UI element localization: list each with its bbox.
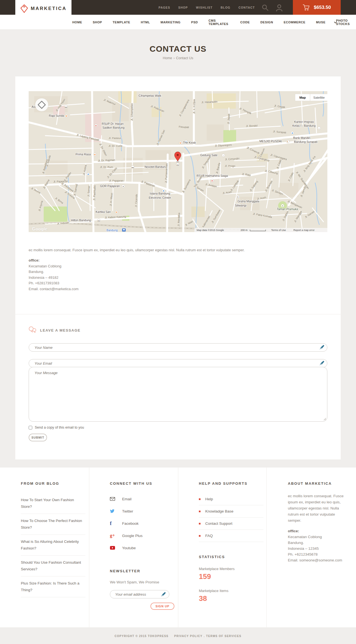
- cart-icon: [303, 4, 310, 11]
- submit-button[interactable]: SUBMIT: [29, 434, 47, 441]
- bullet-icon: [199, 511, 201, 512]
- cart-button[interactable]: $653.50: [293, 0, 341, 15]
- logo[interactable]: MARKETICA: [15, 0, 71, 17]
- social-link-youtube[interactable]: Youtube: [110, 542, 174, 554]
- map-button-label[interactable]: Map: [300, 96, 306, 99]
- privacy-policy-link[interactable]: PRIVACY POLICY: [174, 635, 202, 638]
- address-line: Indonesia – 12345: [288, 546, 346, 551]
- svg-text:Ψ: Ψ: [116, 211, 117, 213]
- office-label: office:: [29, 258, 78, 263]
- report-map-error-link[interactable]: Report a map error: [293, 229, 315, 232]
- satellite-button-label[interactable]: Satellite: [313, 96, 325, 99]
- map-label: Jl. Dr. Rum: [100, 165, 113, 168]
- top-nav-shop[interactable]: SHOP: [178, 6, 188, 9]
- message-textarea[interactable]: [29, 367, 327, 422]
- search-icon[interactable]: [262, 4, 269, 11]
- svg-text:●: ●: [282, 205, 283, 207]
- send-copy-label[interactable]: Send a copy of this email to you: [35, 426, 84, 429]
- map-label: Google: [32, 227, 47, 231]
- map-label: Sadikin Bandung: [102, 126, 125, 129]
- blog-link[interactable]: How To Start Your Own Fashion Store?: [21, 493, 85, 514]
- top-nav-wishlist[interactable]: WISHLIST: [196, 6, 213, 9]
- menu-photo-stocks[interactable]: PHOTO STOCKS: [336, 19, 356, 26]
- menu-ecommerce[interactable]: ECOMMERCE: [284, 21, 305, 24]
- address-line: Kecamatan Coblong: [29, 263, 78, 269]
- map-label: RSUP Dr. Hasan: [102, 122, 124, 125]
- social-label: Google Plus: [122, 534, 143, 538]
- name-input[interactable]: [29, 343, 327, 352]
- google-map[interactable]: ΨΨΨΨHH☾⌂⌂■■■■●●●▬▬▬▬ GoogleCihampelas Wa…: [29, 91, 327, 232]
- menu-psd[interactable]: PSD: [191, 21, 198, 24]
- map-label: Jl. Progo: [225, 164, 235, 167]
- map-label: Novotel Bandung: [145, 165, 167, 168]
- user-icon[interactable]: [276, 4, 283, 11]
- help-list: Help Knowladge Base Contact Support FAQ: [199, 493, 263, 542]
- map-label: Jl. Dr. Curie: [108, 144, 122, 147]
- map-label: Jl. Semar: [87, 186, 90, 197]
- menu-home[interactable]: HOME: [72, 21, 82, 24]
- map-label: GOR Pajajaran: [100, 184, 120, 188]
- map-label: Jl. Bondol: [246, 124, 258, 127]
- svg-text:●: ●: [237, 196, 239, 198]
- menu-cms-templates[interactable]: CMS TEMPLATES: [209, 19, 230, 26]
- menu-template[interactable]: TEMPLATE: [113, 21, 130, 24]
- office-label: office:: [288, 528, 346, 534]
- connect-heading: CONNECT WITH US: [110, 481, 174, 486]
- footer-about-column: ABOUT MARKETICA ec mollis lorem consequa…: [288, 468, 346, 563]
- top-nav-blog[interactable]: BLOG: [221, 6, 230, 9]
- bullet-icon: [199, 523, 201, 524]
- map-label: Bandung Surapati: [294, 140, 317, 143]
- address-line: Bandung.: [29, 269, 78, 275]
- menu-html[interactable]: HTML: [141, 21, 150, 24]
- footer-help-column: HELP AND SUPPORTS Help Knowladge Base Co…: [199, 468, 263, 603]
- send-copy-checkbox[interactable]: [29, 426, 32, 429]
- help-link[interactable]: Contact Support: [199, 518, 263, 530]
- terms-link[interactable]: TERMS OF SERVICES: [206, 635, 241, 638]
- social-label: Twitter: [122, 509, 133, 513]
- svg-text:H: H: [211, 180, 213, 182]
- svg-text:▬: ▬: [177, 163, 179, 166]
- map-label: Bank Mandiri: [293, 136, 310, 140]
- blog-link[interactable]: What is So Alluring About Celebrity Fash…: [21, 535, 85, 556]
- social-link-email[interactable]: Email: [110, 493, 174, 505]
- top-nav-pages[interactable]: PAGES: [159, 6, 170, 9]
- address-line: Ph. +6212345678: [288, 551, 346, 557]
- blog-link[interactable]: How To Choose The Perfect Fashion Store?: [21, 514, 85, 535]
- svg-text:⌂: ⌂: [223, 154, 224, 157]
- blog-link[interactable]: Should You Use Fashion Consultant Servic…: [21, 556, 85, 576]
- menu-muse[interactable]: MUSE: [316, 21, 325, 24]
- address-line: Email. someone@someone.com: [288, 557, 346, 563]
- newsletter-heading: NEWSLETTER: [110, 569, 174, 573]
- email-input[interactable]: [29, 359, 327, 367]
- signup-button[interactable]: SIGN UP: [150, 603, 174, 610]
- svg-text:▬: ▬: [132, 166, 134, 168]
- page-hero: CONTACT US Home›Contact Us: [0, 29, 356, 76]
- help-link[interactable]: Help: [199, 493, 263, 505]
- train-station-icon: [122, 228, 126, 232]
- top-nav-contact[interactable]: CONTACT: [238, 6, 255, 9]
- map-label: Jl. Japati: [227, 114, 230, 124]
- map-pan-control[interactable]: [35, 98, 48, 111]
- menu-shop[interactable]: SHOP: [93, 21, 102, 24]
- map-label: Cihampelas Walk: [139, 94, 161, 97]
- chat-bubbles-icon: [28, 326, 36, 333]
- svg-text:⌂: ⌂: [318, 127, 320, 130]
- map-type-buttons: Map Satellite: [295, 94, 327, 101]
- menu-code[interactable]: CODE: [240, 21, 250, 24]
- terms-of-use-link[interactable]: Terms of Use: [271, 229, 286, 232]
- social-link-googleplus[interactable]: g+ Google Plus: [110, 529, 174, 542]
- menu-design[interactable]: DESIGN: [260, 21, 273, 24]
- social-link-twitter[interactable]: Twitter: [110, 505, 174, 517]
- footer-divider: [266, 468, 267, 627]
- help-link[interactable]: Knowladge Base: [199, 505, 263, 518]
- copyright-bar: COPYRIGHT © 2015 TOKOPRESS PRIVACY POLIC…: [0, 627, 356, 644]
- blog-link[interactable]: Plus Size Fashion: Is There Such a Thing…: [21, 576, 85, 597]
- cart-total: $653.50: [314, 5, 331, 10]
- chevron-down-icon[interactable]: [334, 21, 337, 24]
- social-link-facebook[interactable]: f Facebook: [110, 517, 174, 529]
- breadcrumb-home[interactable]: Home: [163, 56, 172, 60]
- menu-marketing[interactable]: MARKETING: [160, 21, 181, 24]
- breadcrumb: Home›Contact Us: [0, 56, 356, 60]
- newsletter-email-input[interactable]: [110, 590, 169, 598]
- help-link[interactable]: FAQ: [199, 530, 263, 542]
